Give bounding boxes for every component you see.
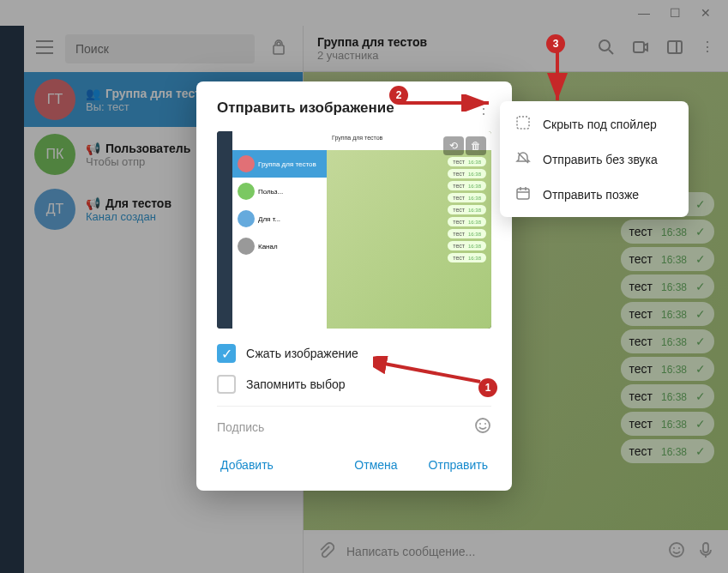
add-button[interactable]: Добавить (217, 451, 277, 479)
spoiler-menu-item[interactable]: Скрыть под спойлер (500, 106, 689, 142)
spoiler-icon (515, 115, 531, 133)
calendar-icon (515, 185, 531, 203)
send-button[interactable]: Отправить (425, 451, 491, 479)
annotation-arrow (544, 47, 570, 107)
annotation-badge-3: 3 (546, 34, 565, 53)
dialog-title: Отправить изображение (217, 100, 394, 117)
svg-point-8 (479, 423, 481, 425)
send-image-dialog: Отправить изображение ⋮ Группа для тесто… (196, 81, 512, 491)
image-preview: Группа для тестов Польз... Для т... Кана… (217, 131, 491, 329)
rotate-icon[interactable]: ⟲ (443, 136, 464, 155)
mute-icon (515, 150, 531, 168)
svg-rect-10 (517, 117, 529, 129)
annotation-badge-1: 1 (478, 378, 497, 397)
annotation-arrow (394, 94, 497, 112)
cancel-button[interactable]: Отмена (351, 451, 400, 479)
compress-checkbox[interactable]: ✓ (217, 344, 236, 363)
silent-menu-item[interactable]: Отправить без звука (500, 142, 689, 177)
context-menu: Скрыть под спойлер Отправить без звука О… (500, 101, 689, 217)
emoji-icon[interactable] (474, 417, 491, 437)
remember-checkbox[interactable] (217, 375, 236, 394)
annotation-arrow (373, 356, 484, 390)
schedule-menu-item[interactable]: Отправить позже (500, 177, 689, 212)
caption-input[interactable]: Подпись (217, 420, 474, 434)
svg-rect-11 (517, 189, 529, 199)
annotation-badge-2: 2 (389, 86, 408, 105)
svg-point-7 (476, 419, 490, 432)
svg-point-9 (484, 423, 486, 425)
delete-icon[interactable]: 🗑 (466, 136, 486, 155)
